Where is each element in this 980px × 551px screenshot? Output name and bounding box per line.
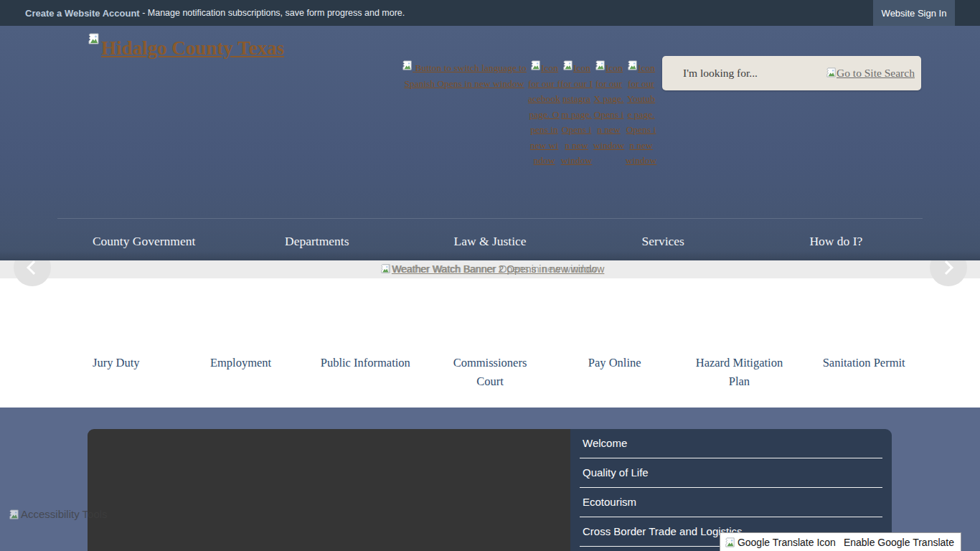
accessibility-label: Accessibility Tools bbox=[21, 508, 108, 520]
broken-image-icon bbox=[402, 60, 413, 70]
search-button-alt-text: Go to Site Search bbox=[837, 67, 915, 79]
nav-how-do-i[interactable]: How do I? bbox=[750, 222, 923, 260]
quick-link-hazard-mitigation-plan[interactable]: Hazard Mitigation Plan bbox=[677, 354, 802, 391]
quick-links-section: Jury Duty Employment Public Information … bbox=[0, 278, 980, 408]
create-account-link[interactable]: Create a Website Account bbox=[25, 8, 140, 19]
instagram-alt-text: Icon for our Instagram page. Opens in ne… bbox=[560, 62, 593, 166]
nav-law-justice[interactable]: Law & Justice bbox=[403, 222, 576, 260]
quick-links-row: Jury Duty Employment Public Information … bbox=[54, 354, 926, 391]
site-search-box: Go to Site Search bbox=[662, 56, 921, 90]
search-icon bbox=[826, 67, 837, 77]
quick-link-jury-duty[interactable]: Jury Duty bbox=[54, 354, 179, 391]
facebook-alt-text: Icon for our facebook page. Opens in new… bbox=[528, 62, 560, 166]
chevron-left-icon bbox=[27, 260, 41, 275]
google-translate-icon bbox=[725, 537, 735, 547]
youtube-alt-text: Icon for our Youtube page. Opens in new … bbox=[626, 62, 657, 166]
accessibility-icon bbox=[9, 509, 19, 519]
x-link[interactable]: Icon for our X page. Opens in new window bbox=[593, 60, 625, 153]
sidebar-item-ecotourism[interactable]: Ecotourism bbox=[570, 488, 892, 517]
content-media-box bbox=[88, 429, 570, 551]
quick-link-commissioners-court[interactable]: Commissioners Court bbox=[428, 354, 552, 391]
instagram-link[interactable]: Icon for our Instagram page. Opens in ne… bbox=[560, 60, 593, 169]
spanish-language-button[interactable]: Button to switch language to Spanish Ope… bbox=[400, 60, 528, 91]
header-social-links: Button to switch language to Spanish Ope… bbox=[400, 60, 666, 169]
chevron-right-icon bbox=[939, 260, 953, 275]
header-divider bbox=[57, 218, 923, 219]
youtube-link[interactable]: Icon for our Youtube page. Opens in new … bbox=[625, 60, 657, 169]
broken-image-icon bbox=[380, 264, 390, 273]
main-navigation: County Government Departments Law & Just… bbox=[0, 222, 980, 260]
weather-banner-slide-2[interactable]: Weather Watch Banner 2 Opens in new wind… bbox=[380, 263, 605, 275]
google-translate-button[interactable]: Google Translate Icon Enable Google Tran… bbox=[720, 532, 961, 551]
translate-label: Enable Google Translate bbox=[844, 537, 954, 548]
youtube-icon bbox=[627, 60, 638, 70]
accessibility-tools-button[interactable]: Accessibility Tools bbox=[9, 508, 108, 520]
slide-2-alt-text: Weather Watch Banner 2 Opens in new wind… bbox=[392, 263, 605, 275]
quick-link-sanitation-permit[interactable]: Sanitation Permit bbox=[801, 354, 926, 391]
account-tagline: - Manage notification subscriptions, sav… bbox=[140, 8, 405, 18]
spanish-button-alt-text: Button to switch language to Spanish Ope… bbox=[404, 62, 526, 89]
search-submit-button[interactable]: Go to Site Search bbox=[826, 67, 915, 80]
create-account-text[interactable]: Create a Website Account - Manage notifi… bbox=[25, 0, 405, 26]
search-input[interactable] bbox=[662, 56, 826, 90]
logo-alt-text: Hidalgo County Texas bbox=[101, 37, 284, 59]
x-alt-text: Icon for our X page. Opens in new window bbox=[593, 62, 625, 151]
nav-services[interactable]: Services bbox=[577, 222, 750, 260]
sidebar-item-welcome[interactable]: Welcome bbox=[570, 429, 892, 458]
sidebar-item-quality-of-life[interactable]: Quality of Life bbox=[570, 458, 892, 488]
site-logo-link[interactable]: Hidalgo County Texas bbox=[88, 37, 284, 60]
welcome-section: Welcome Quality of Life Ecotourism Cross… bbox=[0, 408, 980, 551]
translate-icon-alt-text: Google Translate Icon bbox=[738, 537, 836, 548]
x-icon bbox=[595, 60, 606, 70]
nav-county-government[interactable]: County Government bbox=[57, 222, 230, 260]
quick-link-pay-online[interactable]: Pay Online bbox=[552, 354, 677, 391]
instagram-icon bbox=[562, 60, 573, 70]
site-header: Hidalgo County Texas Button to switch la… bbox=[0, 26, 980, 260]
nav-departments[interactable]: Departments bbox=[230, 222, 403, 260]
quick-link-employment[interactable]: Employment bbox=[179, 354, 303, 391]
broken-image-icon bbox=[88, 33, 100, 44]
top-utility-bar: Create a Website Account - Manage notifi… bbox=[0, 0, 980, 26]
website-sign-in-button[interactable]: Website Sign In bbox=[873, 0, 955, 26]
quick-link-public-information[interactable]: Public Information bbox=[303, 354, 428, 391]
facebook-link[interactable]: Icon for our facebook page. Opens in new… bbox=[528, 60, 560, 169]
facebook-icon bbox=[530, 60, 541, 70]
hero-carousel: Weather Watch Banner Opens in new window… bbox=[0, 260, 980, 278]
